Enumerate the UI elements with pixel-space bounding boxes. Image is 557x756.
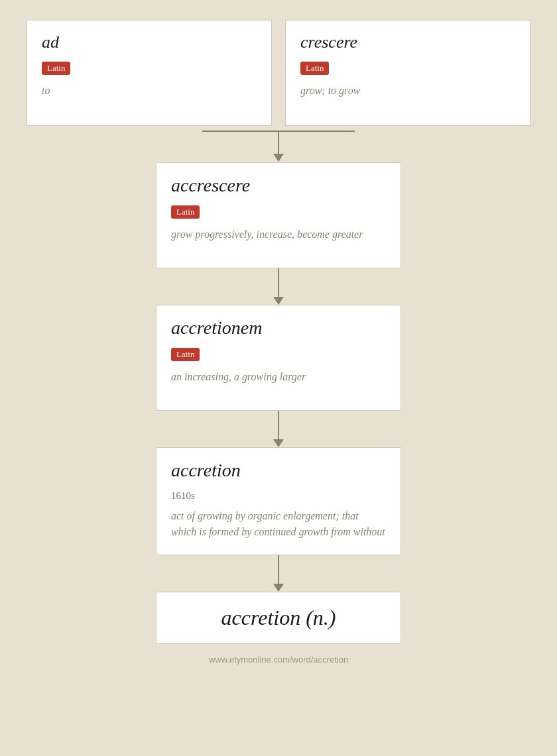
final-word: accretion (n.) (171, 606, 386, 630)
word-ad: ad (42, 32, 257, 52)
arrow-3 (273, 555, 284, 592)
top-connector-wrapper (13, 126, 544, 162)
arrowhead-1 (273, 297, 284, 305)
definition-crescere: grow; to grow (300, 83, 515, 99)
card-accrescere: accrescere Latin grow progressively, inc… (156, 162, 401, 268)
card-accretionem: accretionem Latin an increasing, a growi… (156, 305, 401, 411)
final-card: accretion (n.) (156, 592, 401, 644)
card-accretion: accretion 1610s act of growing by organi… (156, 447, 401, 555)
year-accretion: 1610s (171, 490, 386, 502)
lang-badge-accretionem: Latin (171, 348, 200, 361)
definition-accrescere: grow progressively, increase, become gre… (171, 227, 386, 243)
arrow-2 (273, 411, 284, 447)
lang-badge-crescere: Latin (300, 62, 329, 75)
word-accretionem: accretionem (171, 317, 386, 339)
word-accretion: accretion (171, 460, 386, 481)
lang-badge-ad: Latin (42, 62, 70, 75)
footer-url: www.etymonline.com/word/accretion (209, 655, 348, 665)
arrow-line-1 (278, 268, 279, 297)
card-crescere: crescere Latin grow; to grow (285, 20, 530, 126)
definition-ad: to (42, 83, 257, 99)
arrowhead-2 (273, 439, 284, 447)
lang-badge-accrescere: Latin (171, 205, 200, 219)
top-row: ad Latin to crescere Latin grow; to grow (13, 20, 544, 126)
definition-accretionem: an increasing, a growing larger (171, 369, 386, 385)
card-ad: ad Latin to (27, 20, 272, 126)
arrow-1 (273, 268, 284, 305)
arrow-line-2 (278, 411, 279, 439)
arrow-line-3 (278, 555, 279, 584)
definition-accretion: act of growing by organic enlargement; t… (171, 508, 386, 540)
word-crescere: crescere (300, 32, 515, 52)
top-connector-svg (139, 126, 418, 162)
svg-marker-3 (273, 154, 284, 162)
arrowhead-3 (273, 584, 284, 592)
word-accrescere: accrescere (171, 175, 386, 196)
